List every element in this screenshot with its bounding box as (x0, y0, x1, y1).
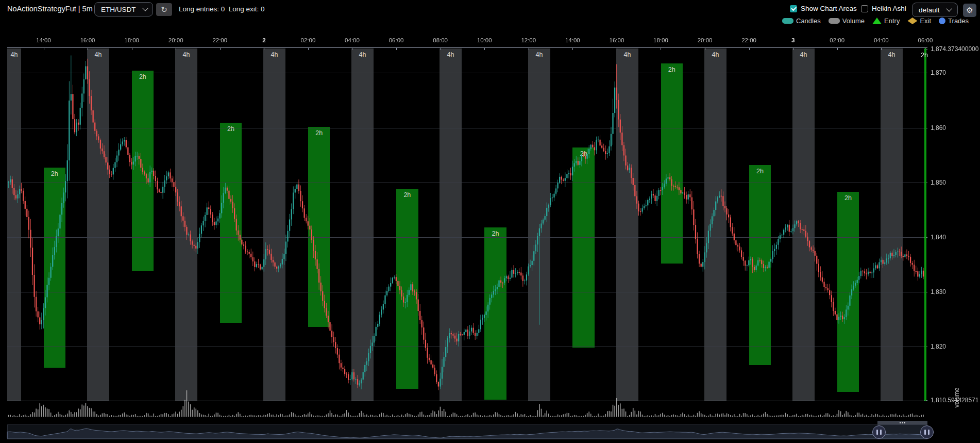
x-axis-label: 22:00 (212, 37, 227, 43)
x-axis-label: 18:00 (124, 37, 139, 43)
x-axis-tick (264, 47, 264, 50)
trading-app: { "header": { "title": "NoActionStrategy… (0, 0, 980, 443)
navigator-left-handle-icon[interactable] (872, 425, 886, 439)
y-axis-label: 1,850 (931, 179, 946, 186)
latest-candle-edge-line (924, 48, 926, 401)
x-axis-tick (176, 47, 176, 50)
volume-axis-label: volume (953, 386, 960, 409)
x-axis-tick (661, 47, 661, 50)
chart-area-2h-label: 2h (921, 52, 928, 59)
x-axis-tick (441, 47, 441, 50)
x-axis-tick (617, 47, 617, 50)
x-axis-tick (308, 47, 309, 50)
y-axis-label: 1,870 (931, 69, 946, 76)
x-axis-tick (352, 47, 352, 50)
x-axis-tick (132, 47, 132, 50)
x-axis-label: 08:00 (433, 37, 448, 43)
x-axis-label: 02:00 (301, 37, 316, 43)
x-axis-label: 04:00 (345, 37, 360, 43)
x-axis-tick (396, 47, 397, 50)
x-axis-tick (484, 47, 485, 50)
y-axis-label: 1,820 (931, 343, 946, 350)
x-axis-label: 20:00 (698, 37, 713, 43)
x-axis-label: 04:00 (874, 37, 889, 43)
price-chart-canvas[interactable] (0, 0, 980, 443)
x-axis-label: 22:00 (741, 37, 756, 43)
x-axis-label: 14:00 (565, 37, 580, 43)
x-axis-label: 16:00 (80, 37, 95, 43)
x-axis-label: 10:00 (477, 37, 492, 43)
x-axis-label: 16:00 (610, 37, 624, 43)
x-axis-label: 06:00 (389, 37, 404, 43)
x-axis-tick (529, 47, 529, 50)
x-axis-tick (793, 47, 793, 50)
x-axis-tick (837, 47, 838, 50)
x-axis-label: 02:00 (830, 37, 844, 43)
x-axis-label: 18:00 (653, 37, 668, 43)
x-axis-label: 3 (791, 37, 795, 43)
y-axis-label: 1,830 (931, 288, 946, 296)
x-axis-tick (881, 47, 882, 50)
x-axis-tick (220, 47, 221, 50)
x-axis-tick (749, 47, 750, 50)
x-axis-label: 06:00 (918, 37, 933, 43)
y-axis-label: 1,874.373400000 (931, 45, 978, 53)
x-axis-label: 20:00 (168, 37, 183, 43)
x-axis-tick (88, 47, 88, 50)
x-axis-label: 2 (262, 37, 265, 43)
x-axis-tick (44, 47, 44, 50)
y-axis-label: 1,860 (931, 124, 946, 132)
y-axis-label: 1,840 (931, 234, 946, 241)
x-axis-label: 14:00 (36, 37, 51, 43)
navigator-drag-grip[interactable] (877, 421, 927, 424)
x-axis-tick (705, 47, 705, 50)
navigator-right-handle-icon[interactable] (920, 425, 934, 439)
x-axis-tick (572, 47, 573, 50)
x-axis-label: 12:00 (521, 37, 536, 43)
